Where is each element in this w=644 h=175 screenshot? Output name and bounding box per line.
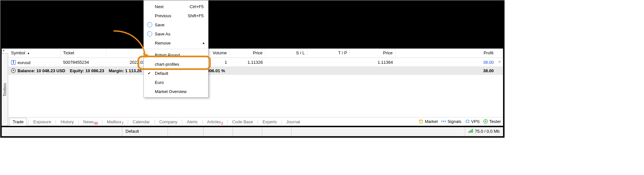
symbol-icon: [11, 60, 16, 65]
tab-mailbox[interactable]: Mailbox7: [104, 118, 127, 126]
menu-profile-british-pound[interactable]: British Pound: [144, 50, 208, 60]
col-price[interactable]: Price: [230, 49, 265, 58]
save-icon: [147, 22, 152, 27]
position-price2: 1.11364: [350, 60, 396, 65]
save-as-icon: [147, 31, 152, 36]
sb-empty2: [204, 127, 233, 136]
tester-icon: [483, 119, 488, 124]
menu-divider: [144, 49, 208, 49]
market-icon: [418, 119, 423, 124]
sb-empty3: [233, 127, 262, 136]
sb-help: [2, 127, 122, 136]
position-profit: 38.00: [396, 60, 503, 65]
menu-profile-chart-profiles[interactable]: chart-profiles: [144, 60, 208, 69]
tab-articles[interactable]: Articles2: [204, 118, 226, 126]
tester-link[interactable]: Tester: [483, 119, 501, 124]
position-symbol: eurusd: [18, 60, 31, 65]
col-sl[interactable]: S / L: [265, 49, 308, 58]
tab-codebase[interactable]: Code Base: [229, 118, 256, 126]
tab-alerts[interactable]: Alerts: [183, 118, 201, 126]
tab-news[interactable]: News99: [80, 118, 101, 126]
summary-profit: 38.00: [483, 68, 500, 73]
equity-value: 10 086.23: [85, 68, 104, 73]
mailbox-badge: 7: [122, 122, 124, 125]
summary-row: + Balance: 10 048.23 USD Equity: 10 086.…: [8, 66, 503, 75]
news-badge: 99: [94, 122, 98, 125]
shortcut-next: Ctrl+F5: [190, 4, 204, 9]
menu-profile-euro[interactable]: Euro: [144, 78, 208, 87]
toolbox-tabs: Trade Exposure History News99 Mailbox7 C…: [8, 117, 503, 126]
tab-journal[interactable]: Journal: [283, 118, 303, 126]
articles-badge: 2: [221, 122, 223, 125]
menu-save[interactable]: Save: [144, 20, 208, 29]
position-price: 1.11326: [230, 60, 265, 65]
menu-profile-market-overview[interactable]: Market Overview: [144, 87, 208, 96]
sb-empty1: [168, 127, 204, 136]
balance-value: 10 048.23 USD: [36, 68, 65, 73]
tab-calendar[interactable]: Calendar: [129, 118, 153, 126]
toolbox-title: Toolbox: [3, 83, 7, 96]
tab-exposure[interactable]: Exposure: [30, 118, 54, 126]
balance-label: Balance:: [18, 68, 35, 73]
market-link[interactable]: Market: [418, 119, 438, 124]
tab-experts[interactable]: Experts: [259, 118, 280, 126]
shortcut-previous: Shift+F5: [188, 13, 204, 18]
level-value: 906.01 %: [207, 68, 225, 73]
vps-link[interactable]: VPS: [465, 119, 480, 124]
grid-header: Symbol Ticket Time Type Volume Price S /…: [8, 49, 503, 58]
col-price2[interactable]: Price: [350, 49, 396, 58]
svg-point-0: [443, 121, 444, 122]
col-profit[interactable]: Profit: [396, 49, 503, 58]
profile-context-menu: NextCtrl+F5 PreviousShift+F5 Save Save A…: [143, 0, 208, 98]
col-tp[interactable]: T / P: [308, 49, 350, 58]
toolbox-vertical-tab[interactable]: Toolbox: [2, 53, 8, 126]
toolbox-panel: × Toolbox Symbol Ticket Time Type Volume…: [2, 48, 503, 126]
menu-previous[interactable]: PreviousShift+F5: [144, 11, 208, 20]
sb-connection[interactable]: 75.0 / 0.0 Mb: [465, 127, 503, 136]
sb-empty5: [291, 127, 465, 136]
col-symbol[interactable]: Symbol: [8, 49, 60, 58]
sb-profile[interactable]: Default: [122, 127, 168, 136]
position-ticket: 50078455234: [60, 60, 106, 65]
equity-label: Equity:: [70, 68, 84, 73]
menu-next[interactable]: NextCtrl+F5: [144, 2, 208, 11]
toolbox-close-button[interactable]: ×: [1, 48, 6, 53]
signals-link[interactable]: Signals: [441, 119, 462, 124]
tab-trade[interactable]: Trade: [9, 118, 27, 126]
position-row[interactable]: eurusd 50078455234 2022.03.31 11:19:49 b…: [8, 58, 503, 66]
margin-label: Margin:: [109, 68, 124, 73]
tab-company[interactable]: Company: [156, 118, 181, 126]
menu-remove[interactable]: Remove: [144, 38, 208, 47]
sb-empty4: [262, 127, 291, 136]
signals-icon: [441, 119, 446, 124]
positions-grid: Symbol Ticket Time Type Volume Price S /…: [8, 49, 503, 117]
status-bar: Default 75.0 / 0.0 Mb: [2, 127, 503, 136]
plus-icon[interactable]: +: [11, 68, 16, 73]
col-ticket[interactable]: Ticket: [60, 49, 106, 58]
position-close-icon[interactable]: ×: [498, 59, 501, 64]
menu-save-as[interactable]: Save As: [144, 29, 208, 38]
menu-profile-default[interactable]: Default: [144, 69, 208, 78]
vps-icon: [465, 119, 470, 124]
margin-value: 1 113.26: [125, 68, 142, 73]
tab-history[interactable]: History: [57, 118, 77, 126]
